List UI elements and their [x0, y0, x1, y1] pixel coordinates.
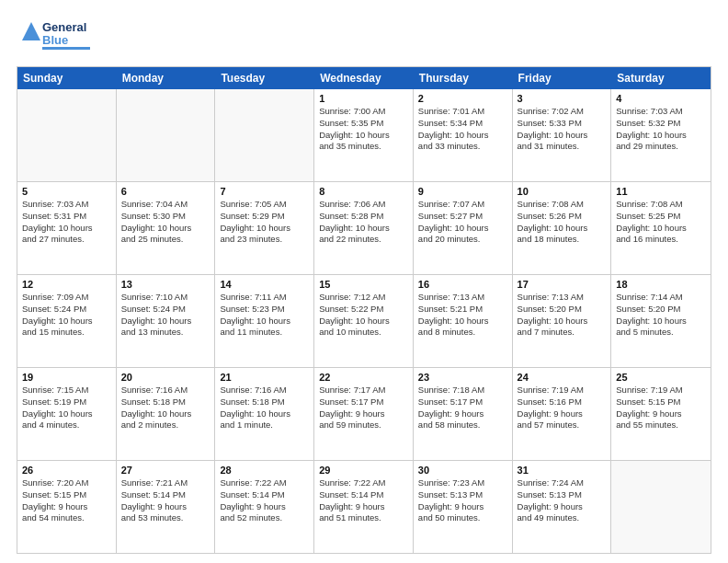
day-info: Sunrise: 7:22 AMSunset: 5:14 PMDaylight:…	[319, 477, 408, 524]
day-number: 13	[121, 279, 210, 290]
calendar-cell: 11Sunrise: 7:08 AMSunset: 5:25 PMDayligh…	[611, 182, 711, 274]
day-number: 31	[518, 465, 607, 476]
day-info: Sunrise: 7:16 AMSunset: 5:18 PMDaylight:…	[121, 385, 210, 431]
calendar-week-5: 26Sunrise: 7:20 AMSunset: 5:15 PMDayligh…	[17, 460, 711, 553]
day-info: Sunrise: 7:08 AMSunset: 5:26 PMDaylight:…	[518, 199, 607, 246]
calendar: SundayMondayTuesdayWednesdayThursdayFrid…	[17, 66, 711, 554]
calendar-cell	[117, 89, 216, 181]
calendar-cell: 19Sunrise: 7:15 AMSunset: 5:19 PMDayligh…	[17, 368, 117, 460]
day-info: Sunrise: 7:13 AMSunset: 5:21 PMDaylight:…	[418, 292, 507, 339]
day-info: Sunrise: 7:10 AMSunset: 5:24 PMDaylight:…	[121, 292, 210, 339]
calendar-cell: 7Sunrise: 7:05 AMSunset: 5:29 PMDaylight…	[215, 182, 314, 274]
calendar-cell: 9Sunrise: 7:07 AMSunset: 5:27 PMDaylight…	[414, 182, 513, 274]
calendar-header: SundayMondayTuesdayWednesdayThursdayFrid…	[17, 67, 711, 89]
page: General Blue SundayMondayTuesdayWednesda…	[0, 0, 728, 563]
calendar-cell: 6Sunrise: 7:04 AMSunset: 5:30 PMDaylight…	[117, 182, 216, 274]
header: General Blue	[17, 15, 711, 61]
day-number: 7	[220, 186, 309, 197]
day-number: 19	[22, 372, 111, 383]
calendar-cell: 4Sunrise: 7:03 AMSunset: 5:32 PMDaylight…	[611, 89, 711, 181]
svg-text:Blue: Blue	[42, 33, 68, 47]
calendar-cell	[215, 89, 314, 181]
calendar-cell: 10Sunrise: 7:08 AMSunset: 5:26 PMDayligh…	[513, 182, 612, 274]
day-info: Sunrise: 7:04 AMSunset: 5:30 PMDaylight:…	[121, 199, 210, 246]
day-header-wednesday: Wednesday	[314, 67, 414, 89]
day-number: 11	[616, 186, 706, 197]
calendar-cell: 24Sunrise: 7:19 AMSunset: 5:16 PMDayligh…	[513, 368, 612, 460]
calendar-body: 1Sunrise: 7:00 AMSunset: 5:35 PMDaylight…	[17, 89, 711, 553]
calendar-cell	[611, 461, 711, 553]
calendar-cell: 3Sunrise: 7:02 AMSunset: 5:33 PMDaylight…	[513, 89, 612, 181]
day-number: 25	[616, 372, 706, 383]
calendar-cell: 12Sunrise: 7:09 AMSunset: 5:24 PMDayligh…	[17, 275, 117, 367]
day-info: Sunrise: 7:15 AMSunset: 5:19 PMDaylight:…	[22, 385, 111, 431]
day-number: 10	[518, 186, 607, 197]
calendar-cell: 15Sunrise: 7:12 AMSunset: 5:22 PMDayligh…	[314, 275, 414, 367]
calendar-cell: 26Sunrise: 7:20 AMSunset: 5:15 PMDayligh…	[17, 461, 117, 553]
day-info: Sunrise: 7:08 AMSunset: 5:25 PMDaylight:…	[616, 199, 706, 246]
day-info: Sunrise: 7:09 AMSunset: 5:24 PMDaylight:…	[22, 292, 111, 339]
calendar-week-3: 12Sunrise: 7:09 AMSunset: 5:24 PMDayligh…	[17, 274, 711, 367]
day-info: Sunrise: 7:03 AMSunset: 5:32 PMDaylight:…	[616, 106, 706, 153]
calendar-cell: 17Sunrise: 7:13 AMSunset: 5:20 PMDayligh…	[513, 275, 612, 367]
calendar-cell: 27Sunrise: 7:21 AMSunset: 5:14 PMDayligh…	[117, 461, 216, 553]
day-number: 27	[121, 465, 210, 476]
calendar-cell: 31Sunrise: 7:24 AMSunset: 5:13 PMDayligh…	[513, 461, 612, 553]
day-number: 23	[418, 372, 507, 383]
calendar-cell: 25Sunrise: 7:19 AMSunset: 5:15 PMDayligh…	[611, 368, 711, 460]
day-info: Sunrise: 7:03 AMSunset: 5:31 PMDaylight:…	[22, 199, 111, 246]
day-number: 26	[22, 465, 111, 476]
day-info: Sunrise: 7:07 AMSunset: 5:27 PMDaylight:…	[418, 199, 507, 246]
calendar-cell: 23Sunrise: 7:18 AMSunset: 5:17 PMDayligh…	[414, 368, 513, 460]
day-info: Sunrise: 7:13 AMSunset: 5:20 PMDaylight:…	[518, 292, 607, 339]
day-info: Sunrise: 7:21 AMSunset: 5:14 PMDaylight:…	[121, 477, 210, 524]
day-header-tuesday: Tuesday	[215, 67, 314, 89]
calendar-cell: 18Sunrise: 7:14 AMSunset: 5:20 PMDayligh…	[611, 275, 711, 367]
day-number: 8	[319, 186, 408, 197]
day-info: Sunrise: 7:06 AMSunset: 5:28 PMDaylight:…	[319, 199, 408, 246]
day-header-sunday: Sunday	[17, 67, 117, 89]
day-number: 1	[319, 93, 408, 104]
day-number: 30	[418, 465, 507, 476]
day-info: Sunrise: 7:23 AMSunset: 5:13 PMDaylight:…	[418, 477, 507, 524]
calendar-cell: 1Sunrise: 7:00 AMSunset: 5:35 PMDaylight…	[314, 89, 414, 181]
day-info: Sunrise: 7:00 AMSunset: 5:35 PMDaylight:…	[319, 106, 408, 153]
day-number: 16	[418, 279, 507, 290]
calendar-cell: 29Sunrise: 7:22 AMSunset: 5:14 PMDayligh…	[314, 461, 414, 553]
day-number: 28	[220, 465, 309, 476]
logo-svg: General Blue	[17, 15, 99, 61]
day-info: Sunrise: 7:20 AMSunset: 5:15 PMDaylight:…	[22, 477, 111, 524]
day-info: Sunrise: 7:19 AMSunset: 5:16 PMDaylight:…	[518, 385, 607, 431]
day-number: 29	[319, 465, 408, 476]
day-info: Sunrise: 7:02 AMSunset: 5:33 PMDaylight:…	[518, 106, 607, 153]
day-header-saturday: Saturday	[611, 67, 711, 89]
calendar-cell: 16Sunrise: 7:13 AMSunset: 5:21 PMDayligh…	[414, 275, 513, 367]
calendar-cell: 28Sunrise: 7:22 AMSunset: 5:14 PMDayligh…	[215, 461, 314, 553]
day-info: Sunrise: 7:14 AMSunset: 5:20 PMDaylight:…	[616, 292, 706, 339]
day-number: 4	[616, 93, 706, 104]
calendar-cell: 5Sunrise: 7:03 AMSunset: 5:31 PMDaylight…	[17, 182, 117, 274]
calendar-cell: 30Sunrise: 7:23 AMSunset: 5:13 PMDayligh…	[414, 461, 513, 553]
svg-marker-2	[22, 22, 40, 40]
day-number: 15	[319, 279, 408, 290]
svg-text:General: General	[42, 20, 86, 34]
svg-rect-3	[42, 47, 90, 50]
day-header-monday: Monday	[117, 67, 216, 89]
day-info: Sunrise: 7:17 AMSunset: 5:17 PMDaylight:…	[319, 385, 408, 431]
day-number: 18	[616, 279, 706, 290]
calendar-cell: 2Sunrise: 7:01 AMSunset: 5:34 PMDaylight…	[414, 89, 513, 181]
calendar-cell: 21Sunrise: 7:16 AMSunset: 5:18 PMDayligh…	[215, 368, 314, 460]
calendar-cell: 14Sunrise: 7:11 AMSunset: 5:23 PMDayligh…	[215, 275, 314, 367]
day-info: Sunrise: 7:18 AMSunset: 5:17 PMDaylight:…	[418, 385, 507, 431]
calendar-cell: 22Sunrise: 7:17 AMSunset: 5:17 PMDayligh…	[314, 368, 414, 460]
day-number: 20	[121, 372, 210, 383]
day-number: 12	[22, 279, 111, 290]
day-number: 21	[220, 372, 309, 383]
day-number: 9	[418, 186, 507, 197]
day-number: 3	[518, 93, 607, 104]
calendar-week-1: 1Sunrise: 7:00 AMSunset: 5:35 PMDaylight…	[17, 89, 711, 181]
day-info: Sunrise: 7:12 AMSunset: 5:22 PMDaylight:…	[319, 292, 408, 339]
day-info: Sunrise: 7:01 AMSunset: 5:34 PMDaylight:…	[418, 106, 507, 153]
calendar-cell: 20Sunrise: 7:16 AMSunset: 5:18 PMDayligh…	[117, 368, 216, 460]
day-info: Sunrise: 7:19 AMSunset: 5:15 PMDaylight:…	[616, 385, 706, 431]
